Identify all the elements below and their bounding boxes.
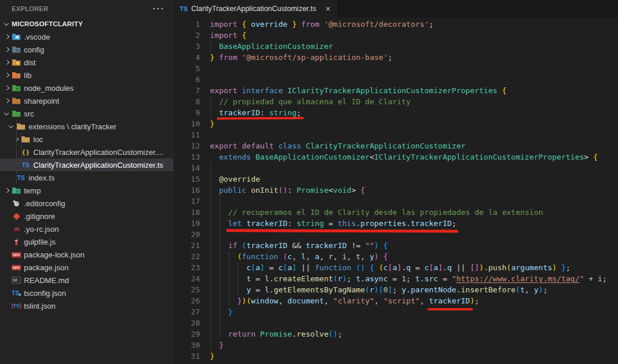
code-line: 9 trackerID: string; [174,107,618,118]
line-number: 15 [174,174,200,185]
ts-file-icon: TS [180,5,188,12]
code-line-content[interactable]: } [200,340,618,351]
line-number: 31 [174,351,200,362]
code-line: 31} [174,351,618,362]
chevron-down-icon[interactable] [7,122,16,131]
tree-item-gulpfile-js[interactable]: gulpfile.js [0,235,173,248]
tree-item-index-ts[interactable]: TSindex.ts [0,171,173,184]
code-line: 2import { [174,30,618,41]
code-line-content[interactable]: @override [200,174,618,185]
tree-item-label: node_modules [24,84,73,93]
code-line: 30 } [174,340,618,351]
tree-item-lib[interactable]: lib [0,69,173,82]
chevron-right-icon[interactable] [2,83,12,93]
code-line-content[interactable]: import { override } from '@microsoft/dec… [200,19,618,30]
tree-item-claritytrackerapplicationcustomizer-ts[interactable]: TSClarityTrackerApplicationCustomizer.ts [0,158,173,171]
line-number: 13 [174,151,200,162]
chevron-spacer [2,263,12,272]
code-line-content[interactable]: import { [200,30,618,41]
indent-guide [210,162,211,351]
chevron-right-icon[interactable] [2,58,12,67]
code-line: 13 extends BaseApplicationCustomizer<ICl… [174,151,618,162]
tree-item-tslint-json[interactable]: {TS}tslint.json [0,299,173,312]
chevron-right-icon[interactable] [2,186,12,195]
tree-item-extensions-claritytracker[interactable]: extensions \ clarityTracker [0,120,173,133]
code-line-content[interactable] [200,129,618,140]
chevron-down-icon[interactable] [2,109,12,118]
code-line-content[interactable] [200,196,618,207]
code-line-content[interactable]: return Promise.resolve(); [200,328,618,340]
tree-item-vscode[interactable]: .vscode [0,30,173,43]
code-line-content[interactable]: } from '@microsoft/sp-application-base'; [200,52,618,63]
code-line: 7export interface IClarityTrackerApplica… [174,85,618,96]
code-line-content[interactable]: t = l.createElement(r); t.async = 1; t.s… [200,273,618,284]
tree-item-claritytrackerapplicationcustomizer[interactable]: { }ClarityTrackerApplicationCustomizer..… [0,146,173,158]
tree-item-label: loc [33,135,43,144]
code-line-content[interactable]: } [200,351,618,362]
line-number: 26 [174,295,200,306]
tree-item-label: .yo-rc.json [24,225,59,234]
code-line-content[interactable] [200,63,618,74]
code-line-content[interactable]: } [200,118,618,129]
tree-item-gitignore[interactable]: .gitignore [0,210,173,222]
line-number: 27 [174,306,200,317]
code-line-content[interactable]: let trackerID: string = this.properties.… [200,218,618,229]
tree-item-readme-md[interactable]: M↓README.md [0,274,173,287]
chevron-spacer [2,199,12,208]
folder-dist-icon [12,58,21,67]
code-line-content[interactable]: BaseApplicationCustomizer [200,41,618,52]
code-line-content[interactable]: extends BaseApplicationCustomizer<IClari… [200,151,618,162]
code-line-content[interactable]: })(window, document, "clarity", "script"… [200,295,618,306]
tree-item-src[interactable]: src [0,107,173,120]
code-line-content[interactable]: export default class ClarityTrackerAppli… [200,140,618,151]
code-line-content[interactable] [200,74,618,85]
close-icon[interactable]: × [325,5,331,13]
root-folder-name: MICROSOFTCLARITY [12,20,83,27]
code-line: 3 BaseApplicationCustomizer [174,41,618,52]
tree-item-label: config [24,45,44,54]
code-line-content[interactable]: public onInit(): Promise<void> { [200,185,618,196]
line-number: 12 [174,140,200,151]
file-ts-icon: TS [16,173,26,182]
chevron-right-icon[interactable] [2,96,12,105]
chevron-spacer [2,237,12,246]
explorer-actions-menu[interactable]: ··· [153,6,165,12]
code-line-content[interactable]: // propiedad que almacena el ID de Clari… [200,96,618,107]
code-line-content[interactable]: y = l.getElementsByTagName(r)[0]; y.pare… [200,284,618,295]
code-line-content[interactable]: } [200,306,618,317]
file-tsconfig-icon: TS [12,288,21,298]
tree-item-temp[interactable]: temp [0,184,173,197]
chevron-right-icon[interactable] [2,32,12,41]
code-editor[interactable]: 1import { override } from '@microsoft/de… [174,17,618,364]
tab-claritytracker-ts[interactable]: TS ClarityTrackerApplicationCustomizer.t… [174,0,337,17]
tree-item-node-modules[interactable]: node_modules [0,82,173,94]
chevron-right-icon[interactable] [2,70,12,80]
tree-item-loc[interactable]: loc [0,133,173,146]
tree-item-package-json[interactable]: npmpackage.json [0,261,173,274]
code-line: 4} from '@microsoft/sp-application-base'… [174,52,618,63]
code-line-content[interactable] [200,162,618,174]
code-line-content[interactable]: c[a] = c[a] || function () { (c[a].q = c… [200,262,618,273]
tree-item-dist[interactable]: dist [0,56,173,69]
tree-item-label: README.md [24,276,69,285]
line-number: 21 [174,240,200,251]
code-line: 1import { override } from '@microsoft/de… [174,19,618,30]
file-tree: .vscodeconfigdistlibnode_modulessharepoi… [0,30,173,312]
tree-root-microsoftclarity[interactable]: MICROSOFTCLARITY [0,17,173,30]
tree-item-label: gulpfile.js [24,238,55,246]
tree-item-yo-rc-json[interactable]: .yo-rc.json [0,222,173,235]
tree-item-package-lock-json[interactable]: npmpackage-lock.json [0,248,173,261]
code-line-content[interactable]: (function (c, l, a, r, i, t, y) { [200,251,618,262]
code-line-content[interactable]: export interface IClarityTrackerApplicat… [200,85,618,96]
indent-guide [238,262,238,295]
chevron-right-icon[interactable] [2,45,12,54]
line-number: 2 [174,30,200,41]
code-line-content[interactable]: if (trackerID && trackerID != "") { [200,240,618,251]
tree-item-editorconfig[interactable]: .editorconfig [0,197,173,210]
vscode-window: EXPLORER ··· MICROSOFTCLARITY .vscodecon… [0,0,618,364]
code-line-content[interactable]: // recuperamos el ID de Clarity desde la… [200,207,618,218]
tree-item-sharepoint[interactable]: sharepoint [0,94,173,107]
code-line-content[interactable] [200,317,618,328]
tree-item-config[interactable]: config [0,43,173,56]
tree-item-tsconfig-json[interactable]: TStsconfig.json [0,287,173,299]
